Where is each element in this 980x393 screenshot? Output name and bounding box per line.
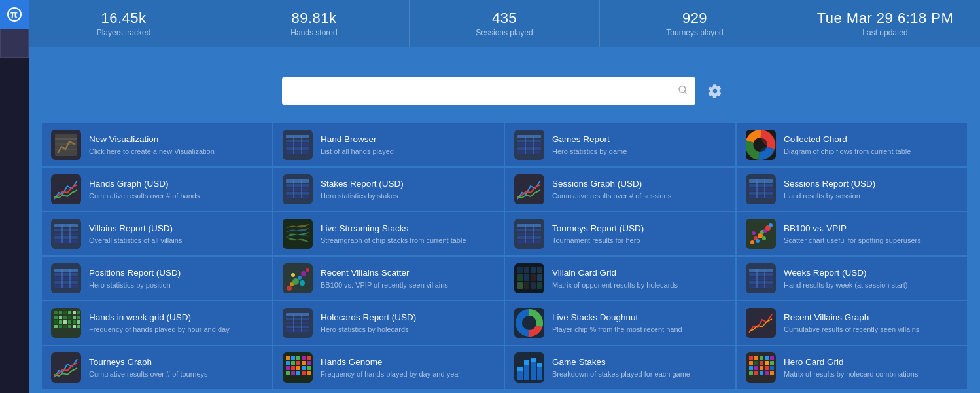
viz-item-17[interactable]: Holecards Report (USD) Hero statistics b… bbox=[273, 301, 504, 345]
svg-rect-8 bbox=[286, 135, 309, 138]
svg-rect-18 bbox=[517, 143, 541, 146]
viz-name-6: Sessions Graph (USD) bbox=[552, 178, 671, 190]
svg-rect-155 bbox=[286, 361, 290, 365]
svg-rect-168 bbox=[302, 371, 306, 375]
viz-item-9[interactable]: Live Streaming Stacks Streamgraph of chi… bbox=[273, 212, 504, 255]
svg-rect-187 bbox=[760, 361, 763, 365]
svg-point-84 bbox=[301, 271, 306, 276]
svg-rect-47 bbox=[54, 236, 78, 239]
search-field[interactable] bbox=[291, 86, 686, 96]
svg-rect-106 bbox=[749, 285, 773, 288]
viz-name-12: Positions Report (USD) bbox=[89, 267, 181, 279]
svg-rect-116 bbox=[54, 316, 58, 319]
viz-item-16[interactable]: Hands in week grid (USD) Frequency of ha… bbox=[42, 301, 272, 345]
add-button[interactable] bbox=[0, 29, 29, 58]
svg-rect-92 bbox=[537, 267, 542, 273]
svg-rect-153 bbox=[302, 356, 306, 360]
viz-icon-21 bbox=[283, 352, 313, 383]
svg-rect-99 bbox=[531, 282, 536, 289]
svg-rect-133 bbox=[77, 325, 80, 328]
svg-point-82 bbox=[292, 278, 299, 285]
viz-item-1[interactable]: Hand Browser List of all hands played bbox=[273, 123, 504, 166]
svg-rect-51 bbox=[283, 219, 313, 249]
viz-name-3: Collected Chord bbox=[784, 134, 911, 145]
viz-desc-8: Overall statistics of all villains bbox=[89, 236, 182, 245]
viz-name-5: Stakes Report (USD) bbox=[321, 178, 404, 190]
stat-value: 16.45k bbox=[101, 10, 146, 27]
viz-icon-13 bbox=[283, 263, 313, 293]
svg-rect-185 bbox=[749, 361, 753, 365]
viz-item-10[interactable]: Tourneys Report (USD) Tournament results… bbox=[505, 212, 735, 255]
stat-item-2: 435 Sessions played bbox=[410, 0, 600, 47]
viz-desc-20: Cumulative results over # of tourneys bbox=[89, 369, 208, 379]
svg-rect-74 bbox=[54, 277, 78, 280]
svg-point-146 bbox=[524, 318, 534, 328]
viz-name-23: Hero Card Grid bbox=[784, 356, 918, 368]
viz-item-21[interactable]: Hands Genome Frequency of hands played b… bbox=[273, 346, 504, 389]
viz-name-1: Hand Browser bbox=[321, 134, 394, 145]
viz-item-5[interactable]: Stakes Report (USD) Hero statistics by s… bbox=[273, 168, 504, 211]
svg-rect-126 bbox=[73, 320, 76, 324]
viz-name-21: Hands Genome bbox=[321, 356, 461, 368]
svg-rect-16 bbox=[517, 135, 541, 138]
viz-icon-10 bbox=[514, 219, 544, 249]
stat-label: Last updated bbox=[862, 28, 907, 37]
viz-icon-4 bbox=[51, 174, 81, 204]
svg-rect-193 bbox=[765, 366, 769, 370]
svg-rect-122 bbox=[54, 320, 58, 324]
viz-name-13: Recent Villains Scatter bbox=[321, 267, 448, 279]
viz-icon-8 bbox=[51, 219, 81, 249]
viz-item-3[interactable]: Collected Chord Diagram of chip flows fr… bbox=[737, 123, 967, 166]
svg-rect-160 bbox=[286, 366, 290, 370]
svg-point-68 bbox=[769, 223, 773, 227]
svg-rect-103 bbox=[749, 273, 773, 276]
svg-rect-190 bbox=[749, 366, 753, 370]
viz-item-6[interactable]: Sessions Graph (USD) Cumulative results … bbox=[505, 168, 735, 211]
viz-item-20[interactable]: Tourneys Graph Cumulative results over #… bbox=[42, 346, 272, 389]
stat-item-0: 16.45k Players tracked bbox=[29, 0, 219, 47]
svg-rect-119 bbox=[68, 316, 71, 319]
viz-icon-17 bbox=[283, 308, 313, 338]
search-row bbox=[282, 77, 727, 105]
search-input-wrapper[interactable] bbox=[282, 77, 695, 105]
svg-rect-54 bbox=[517, 229, 541, 231]
viz-desc-11: Scatter chart useful for spotting superu… bbox=[784, 236, 921, 245]
viz-icon-5 bbox=[283, 174, 313, 204]
viz-name-20: Tourneys Graph bbox=[89, 356, 208, 368]
svg-rect-29 bbox=[286, 188, 309, 191]
settings-button[interactable] bbox=[703, 79, 727, 103]
viz-item-23[interactable]: Hero Card Grid Matrix of results by hole… bbox=[737, 346, 967, 389]
viz-item-22[interactable]: Game Stakes Breakdown of stakes played f… bbox=[505, 346, 735, 389]
viz-item-18[interactable]: Live Stacks Doughnut Player chip % from … bbox=[505, 301, 735, 345]
viz-desc-17: Hero statistics by holecards bbox=[321, 325, 416, 334]
svg-rect-91 bbox=[531, 267, 536, 273]
viz-icon-0 bbox=[51, 130, 81, 160]
svg-rect-171 bbox=[517, 371, 523, 380]
viz-item-13[interactable]: Recent Villains Scatter BB100 vs. VPIP o… bbox=[273, 257, 504, 300]
search-container bbox=[282, 77, 695, 105]
svg-rect-30 bbox=[286, 192, 309, 195]
viz-item-0[interactable]: New Visualization Click here to create a… bbox=[42, 123, 272, 166]
svg-rect-56 bbox=[517, 236, 541, 239]
viz-item-12[interactable]: Positions Report (USD) Hero statistics b… bbox=[42, 257, 272, 300]
viz-icon-19 bbox=[746, 308, 776, 338]
svg-rect-175 bbox=[517, 367, 523, 371]
svg-point-83 bbox=[298, 276, 302, 280]
svg-rect-154 bbox=[307, 356, 311, 360]
viz-item-8[interactable]: Villains Report (USD) Overall statistics… bbox=[42, 212, 272, 255]
viz-desc-5: Hero statistics by stakes bbox=[321, 191, 404, 200]
viz-item-11[interactable]: BB100 vs. VPIP Scatter chart useful for … bbox=[737, 212, 967, 255]
svg-rect-118 bbox=[63, 316, 67, 319]
viz-item-7[interactable]: Sessions Report (USD) Hand results by se… bbox=[737, 168, 967, 211]
svg-rect-89 bbox=[517, 267, 523, 273]
viz-name-17: Holecards Report (USD) bbox=[321, 312, 416, 324]
main-content: 16.45k Players tracked 89.81k Hands stor… bbox=[29, 0, 980, 393]
svg-rect-196 bbox=[754, 371, 758, 375]
svg-rect-53 bbox=[517, 224, 541, 227]
viz-item-15[interactable]: Weeks Report (USD) Hand results by week … bbox=[737, 257, 967, 300]
viz-item-4[interactable]: Hands Graph (USD) Cumulative results ove… bbox=[42, 168, 272, 211]
viz-item-19[interactable]: Recent Villains Graph Cumulative results… bbox=[737, 301, 967, 345]
viz-item-14[interactable]: Villain Card Grid Matrix of opponent res… bbox=[505, 257, 735, 300]
viz-item-2[interactable]: Games Report Hero statistics by game bbox=[505, 123, 735, 166]
svg-point-86 bbox=[291, 273, 295, 277]
